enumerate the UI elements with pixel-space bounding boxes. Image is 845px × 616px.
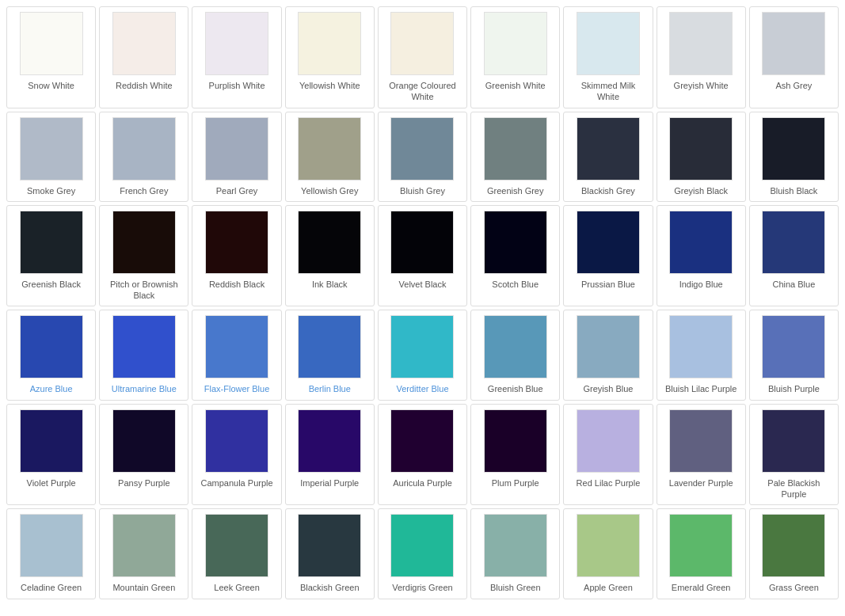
- color-cell[interactable]: Yellowish White: [285, 6, 375, 108]
- color-cell[interactable]: Reddish Black: [192, 205, 281, 307]
- color-swatch: [484, 211, 547, 274]
- color-cell[interactable]: China Blue: [749, 205, 839, 307]
- color-label: Berlin Blue: [309, 383, 351, 394]
- color-swatch: [20, 211, 83, 274]
- color-cell[interactable]: Plum Purple: [470, 404, 560, 506]
- color-cell[interactable]: Greenish Grey: [470, 112, 560, 202]
- color-label: Ink Black: [312, 279, 348, 290]
- color-cell[interactable]: Verditter Blue: [378, 310, 467, 400]
- color-label: Bluish Lilac Purple: [665, 383, 737, 394]
- color-swatch: [762, 117, 825, 181]
- color-label: Skimmed Milk White: [569, 80, 647, 103]
- color-label: Campanula Purple: [200, 477, 272, 489]
- color-cell[interactable]: French Grey: [99, 112, 188, 202]
- color-label: Flax-Flower Blue: [204, 383, 270, 394]
- color-cell[interactable]: Greyish Black: [657, 112, 746, 202]
- color-cell[interactable]: Grass Green: [749, 508, 839, 599]
- color-cell[interactable]: Pitch or Brownish Black: [99, 205, 188, 307]
- color-cell[interactable]: Greenish Black: [6, 205, 96, 307]
- color-cell[interactable]: Pearl Grey: [192, 112, 281, 202]
- color-swatch: [669, 211, 733, 274]
- color-cell[interactable]: Purplish White: [192, 6, 281, 108]
- color-swatch: [390, 409, 454, 473]
- color-cell[interactable]: Greenish White: [470, 6, 560, 108]
- color-label: Violet Purple: [27, 477, 76, 489]
- color-cell[interactable]: Greyish White: [657, 6, 746, 108]
- color-swatch: [669, 409, 733, 473]
- color-swatch: [762, 12, 825, 75]
- color-swatch: [112, 117, 176, 181]
- color-cell[interactable]: Ultramarine Blue: [99, 310, 188, 400]
- color-label: Bluish Green: [490, 582, 541, 593]
- color-swatch: [484, 315, 547, 378]
- color-cell[interactable]: Bluish Lilac Purple: [657, 310, 746, 400]
- color-swatch: [112, 12, 176, 75]
- color-label: Blackish Green: [300, 582, 360, 593]
- color-label: Bluish Black: [770, 185, 817, 196]
- color-cell[interactable]: Violet Purple: [6, 404, 96, 506]
- color-cell[interactable]: Ash Grey: [749, 6, 839, 108]
- color-swatch: [20, 409, 83, 473]
- color-cell[interactable]: Ink Black: [285, 205, 375, 307]
- color-label: Lavender Purple: [669, 477, 733, 489]
- color-cell[interactable]: Bluish Grey: [378, 112, 467, 202]
- color-swatch: [298, 514, 361, 577]
- color-cell[interactable]: Pale Blackish Purple: [749, 404, 839, 506]
- color-cell[interactable]: Reddish White: [99, 6, 188, 108]
- color-cell[interactable]: Yellowish Grey: [285, 112, 375, 202]
- color-swatch: [205, 514, 268, 577]
- color-cell[interactable]: Leek Green: [192, 508, 281, 599]
- color-swatch: [20, 117, 83, 181]
- color-swatch: [298, 315, 361, 378]
- color-label: China Blue: [772, 279, 815, 290]
- color-cell[interactable]: Bluish Black: [749, 112, 839, 202]
- color-label: Bluish Grey: [400, 185, 445, 196]
- color-cell[interactable]: Emerald Green: [657, 508, 746, 599]
- color-cell[interactable]: Berlin Blue: [285, 310, 375, 400]
- color-cell[interactable]: Verdigris Green: [378, 508, 467, 599]
- color-cell[interactable]: Blackish Green: [285, 508, 375, 599]
- color-label: Greenish Blue: [488, 383, 543, 394]
- color-label: Smoke Grey: [27, 185, 75, 196]
- color-cell[interactable]: Velvet Black: [378, 205, 467, 307]
- color-cell[interactable]: Red Lilac Purple: [563, 404, 653, 506]
- color-swatch: [762, 211, 825, 274]
- color-cell[interactable]: Azure Blue: [6, 310, 96, 400]
- color-cell[interactable]: Orange Coloured White: [378, 6, 467, 108]
- color-swatch: [20, 514, 83, 577]
- color-cell[interactable]: Mountain Green: [99, 508, 188, 599]
- color-cell[interactable]: Greyish Blue: [563, 310, 653, 400]
- color-cell[interactable]: Lavender Purple: [657, 404, 746, 506]
- color-cell[interactable]: Scotch Blue: [470, 205, 560, 307]
- color-cell[interactable]: Indigo Blue: [657, 205, 746, 307]
- color-cell[interactable]: Prussian Blue: [563, 205, 653, 307]
- color-cell[interactable]: Bluish Purple: [749, 310, 839, 400]
- color-cell[interactable]: Blackish Grey: [563, 112, 653, 202]
- color-cell[interactable]: Pansy Purple: [99, 404, 188, 506]
- color-cell[interactable]: Campanula Purple: [192, 404, 281, 506]
- color-label: Yellowish White: [299, 80, 360, 91]
- color-label: Blackish Grey: [581, 185, 635, 196]
- color-swatch: [484, 514, 547, 577]
- color-swatch: [390, 514, 454, 577]
- color-cell[interactable]: Auricula Purple: [378, 404, 467, 506]
- color-label: Greyish Blue: [583, 383, 633, 394]
- color-swatch: [205, 409, 268, 473]
- color-cell[interactable]: Apple Green: [563, 508, 653, 599]
- color-cell[interactable]: Imperial Purple: [285, 404, 375, 506]
- color-cell[interactable]: Flax-Flower Blue: [192, 310, 281, 400]
- color-label: French Grey: [120, 185, 168, 196]
- color-swatch: [20, 315, 83, 378]
- color-cell[interactable]: Greenish Blue: [470, 310, 560, 400]
- color-cell[interactable]: Snow White: [6, 6, 96, 108]
- color-swatch: [112, 514, 176, 577]
- color-cell[interactable]: Skimmed Milk White: [563, 6, 653, 108]
- color-cell[interactable]: Smoke Grey: [6, 112, 96, 202]
- color-label: Celadine Green: [21, 582, 82, 593]
- color-cell[interactable]: Celadine Green: [6, 508, 96, 599]
- color-label: Pitch or Brownish Black: [105, 279, 183, 302]
- color-cell[interactable]: Bluish Green: [470, 508, 560, 599]
- color-swatch: [390, 117, 454, 181]
- color-label: Emerald Green: [672, 582, 731, 593]
- color-swatch: [669, 315, 733, 378]
